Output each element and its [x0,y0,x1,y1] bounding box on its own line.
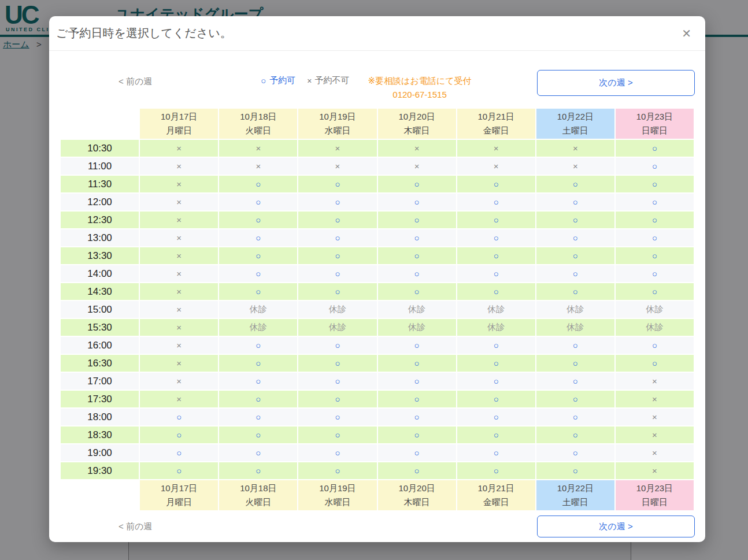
slot-available-cell[interactable]: ○ [536,354,615,372]
slot-available-cell[interactable]: ○ [536,444,615,462]
close-icon[interactable]: ✕ [682,28,691,39]
slot-available-cell[interactable]: ○ [457,175,536,193]
slot-available-cell[interactable]: ○ [536,408,615,426]
slot-available-cell[interactable]: ○ [298,390,377,408]
slot-available-cell[interactable]: ○ [615,139,694,157]
slot-available-cell[interactable]: ○ [457,265,536,283]
slot-available-cell[interactable]: ○ [536,175,615,193]
slot-row: 18:30○○○○○○× [60,426,694,444]
slot-available-cell[interactable]: ○ [219,336,298,354]
slot-available-cell[interactable]: ○ [298,354,377,372]
time-cell: 18:00 [60,408,139,426]
slot-available-cell[interactable]: ○ [298,265,377,283]
slot-available-cell[interactable]: ○ [219,229,298,247]
slot-available-cell[interactable]: ○ [219,462,298,480]
slot-available-cell[interactable]: ○ [139,408,219,426]
slot-available-cell[interactable]: ○ [219,283,298,301]
slot-available-cell[interactable]: ○ [536,336,615,354]
slot-available-cell[interactable]: ○ [615,175,694,193]
slot-available-cell[interactable]: ○ [536,247,615,265]
slot-available-cell[interactable]: ○ [139,462,219,480]
slot-available-cell[interactable]: ○ [457,444,536,462]
slot-available-cell[interactable]: ○ [377,175,457,193]
slot-available-cell[interactable]: ○ [298,336,377,354]
slot-available-cell[interactable]: ○ [298,193,377,211]
slot-available-cell[interactable]: ○ [377,390,457,408]
slot-available-cell[interactable]: ○ [457,283,536,301]
slot-available-cell[interactable]: ○ [615,157,694,175]
slot-available-cell[interactable]: ○ [615,283,694,301]
slot-available-cell[interactable]: ○ [457,247,536,265]
slot-available-cell[interactable]: ○ [377,247,457,265]
slot-available-cell[interactable]: ○ [298,247,377,265]
slot-available-cell[interactable]: ○ [615,211,694,229]
slot-available-cell[interactable]: ○ [219,426,298,444]
slot-available-cell[interactable]: ○ [219,211,298,229]
slot-available-cell[interactable]: ○ [457,408,536,426]
slot-available-cell[interactable]: ○ [536,211,615,229]
slot-available-cell[interactable]: ○ [377,426,457,444]
slot-available-cell[interactable]: ○ [615,229,694,247]
slot-available-cell[interactable]: ○ [536,390,615,408]
slot-available-cell[interactable]: ○ [457,211,536,229]
slot-unavailable-cell: × [139,301,219,318]
slot-available-cell[interactable]: ○ [457,372,536,390]
slot-available-cell[interactable]: ○ [139,444,219,462]
slot-available-cell[interactable]: ○ [536,426,615,444]
slot-available-cell[interactable]: ○ [536,193,615,211]
slot-available-cell[interactable]: ○ [219,408,298,426]
slot-available-cell[interactable]: ○ [457,426,536,444]
slot-available-cell[interactable]: ○ [377,193,457,211]
slot-available-cell[interactable]: ○ [615,354,694,372]
slot-available-cell[interactable]: ○ [377,372,457,390]
slot-available-cell[interactable]: ○ [219,390,298,408]
next-week-button[interactable]: 次の週 > [537,516,695,537]
slot-available-cell[interactable]: ○ [219,193,298,211]
slot-available-cell[interactable]: ○ [377,408,457,426]
slot-available-cell[interactable]: ○ [377,336,457,354]
slot-available-cell[interactable]: ○ [536,372,615,390]
slot-row: 17:00×○○○○○× [60,372,694,390]
slot-available-cell[interactable]: ○ [615,265,694,283]
slot-available-cell[interactable]: ○ [457,229,536,247]
slot-available-cell[interactable]: ○ [457,462,536,480]
slot-available-cell[interactable]: ○ [615,247,694,265]
slot-available-cell[interactable]: ○ [298,229,377,247]
slot-available-cell[interactable]: ○ [377,462,457,480]
slot-available-cell[interactable]: ○ [298,211,377,229]
slot-available-cell[interactable]: ○ [615,193,694,211]
slot-available-cell[interactable]: ○ [536,462,615,480]
slot-available-cell[interactable]: ○ [219,265,298,283]
slot-available-cell[interactable]: ○ [457,336,536,354]
slot-available-cell[interactable]: ○ [298,462,377,480]
slot-available-cell[interactable]: ○ [298,444,377,462]
slot-available-cell[interactable]: ○ [139,426,219,444]
slot-available-cell[interactable]: ○ [615,336,694,354]
slot-available-cell[interactable]: ○ [457,193,536,211]
slot-available-cell[interactable]: ○ [219,444,298,462]
slot-available-cell[interactable]: ○ [457,390,536,408]
prev-week-link[interactable]: < 前の週 [119,521,152,532]
slot-available-cell[interactable]: ○ [536,265,615,283]
slot-available-cell[interactable]: ○ [298,408,377,426]
slot-available-cell[interactable]: ○ [536,283,615,301]
slot-available-cell[interactable]: ○ [377,444,457,462]
slot-available-cell[interactable]: ○ [219,247,298,265]
slot-available-cell[interactable]: ○ [536,229,615,247]
slot-available-cell[interactable]: ○ [377,229,457,247]
slot-available-cell[interactable]: ○ [457,354,536,372]
slot-available-cell[interactable]: ○ [377,354,457,372]
slot-available-cell[interactable]: ○ [219,372,298,390]
slot-available-cell[interactable]: ○ [298,372,377,390]
slot-available-cell[interactable]: ○ [298,426,377,444]
slot-available-cell[interactable]: ○ [377,265,457,283]
slot-available-cell[interactable]: ○ [298,175,377,193]
next-week-button[interactable]: 次の週 > [537,70,695,96]
slot-unavailable-cell: × [298,157,377,175]
slot-available-cell[interactable]: ○ [298,283,377,301]
slot-available-cell[interactable]: ○ [219,354,298,372]
slot-available-cell[interactable]: ○ [219,175,298,193]
slot-available-cell[interactable]: ○ [377,211,457,229]
slot-available-cell[interactable]: ○ [377,283,457,301]
prev-week-link[interactable]: < 前の週 [119,76,152,87]
